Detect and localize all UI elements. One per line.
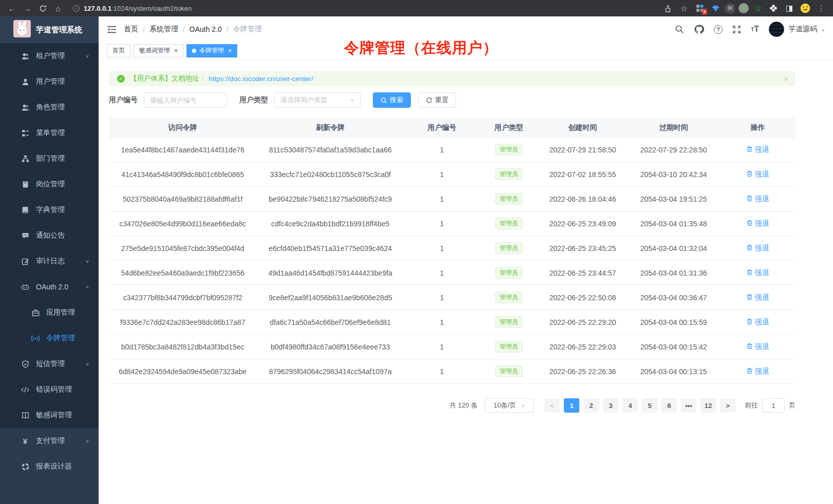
breadcrumb-item: 令牌管理 [233,25,262,34]
profile-emoji-avatar[interactable] [799,2,811,14]
sidebar-item-tenant[interactable]: 租户管理∨ [0,43,99,69]
close-icon[interactable]: × [174,47,178,54]
table-row: 54d6be82ee5a460a9aedc1f9bf22365649d1aa46… [109,261,796,285]
force-logout-button[interactable]: 强退 [746,195,769,204]
breadcrumb-item[interactable]: 首页 [124,25,138,34]
doc-alert: ✓ 【用户体系】文档地址： https://doc.iocoder.cn/use… [109,71,796,86]
sidebar-item-report-designer[interactable]: 报表设计器 [0,454,99,479]
search-icon[interactable] [675,25,684,34]
user-type-cell: 管理员 [480,236,538,261]
breadcrumb-item[interactable]: 系统管理 [149,25,178,34]
access-token-cell: 41c41346a548490f9dc8b01c6bfe0865 [109,162,256,187]
page-button-5[interactable]: 5 [642,398,657,413]
breadcrumb-item[interactable]: OAuth 2.0 [190,25,222,33]
github-icon[interactable] [694,24,704,34]
user-id-input[interactable] [144,92,227,108]
force-logout-button[interactable]: 强退 [746,268,769,278]
pinwheel-extension-icon[interactable] [767,2,780,14]
page-button-2[interactable]: 2 [583,398,599,413]
page-button-1[interactable]: 1 [564,398,579,413]
collapse-sidebar-icon[interactable] [107,25,117,34]
grid-extension-icon[interactable]: 9 [694,2,706,14]
tab-token-management[interactable]: 令牌管理× [186,44,237,57]
sidebar-item-role[interactable]: 角色管理 [0,94,99,120]
page-button-3[interactable]: 3 [603,398,618,413]
search-button[interactable]: 搜索 [373,92,411,108]
gem-extension-icon[interactable] [709,2,722,14]
user-avatar [769,22,784,37]
page-button-4[interactable]: 4 [622,398,638,413]
page-size-select[interactable]: 10条/页 ∨ [485,398,534,413]
command-extension-icon[interactable]: ⌘ [725,3,735,14]
trash-icon [746,367,753,376]
column-header: 访问令牌 [109,119,256,138]
sidebar-item-oauth2-app[interactable]: 应用管理 [0,300,99,325]
doc-link[interactable]: https://doc.iocoder.cn/user-center/ [209,75,313,83]
close-icon[interactable]: × [228,47,232,54]
page-button-12[interactable]: 12 [701,398,716,413]
browser-menu-icon[interactable]: ⋮ [815,2,828,15]
force-logout-button[interactable]: 强退 [746,367,769,376]
sidebar-item-oauth2-token[interactable]: 令牌管理 [0,325,99,351]
force-logout-button[interactable]: 强退 [746,342,769,352]
user-id-cell: 1 [404,211,480,236]
sidebar-item-audit-log[interactable]: 审计日志∨ [0,248,99,274]
page-button-6[interactable]: 6 [661,398,677,413]
user-type-select[interactable]: 请选择用户类型 ∨ [274,92,361,108]
pager-ellipsis[interactable]: ••• [681,398,696,413]
sidebar-item-label: 租户管理 [36,51,65,61]
home-icon[interactable]: ⌂ [51,2,65,15]
reload-icon[interactable] [36,2,49,15]
table-body: 1ea5e44f8bc1467aaede43144f31de76811c5304… [109,138,796,384]
prev-page-button[interactable]: < [544,398,560,413]
force-logout-button[interactable]: 强退 [746,293,769,302]
tab-label: 令牌管理 [199,46,224,55]
force-logout-button[interactable]: 强退 [746,244,769,253]
create-time-cell: 2022-06-25 22:29:20 [538,310,628,335]
force-logout-button[interactable]: 强退 [746,219,769,228]
share-icon[interactable] [661,2,674,15]
help-icon[interactable]: ? [714,25,723,34]
sidebar-item-dept[interactable]: 部门管理 [0,146,99,171]
forward-icon[interactable]: → [21,2,34,15]
bookmark-star-icon[interactable]: ☆ [677,2,691,15]
sidebar-item-sensitive-word[interactable]: 敏感词管理 [0,402,99,428]
fullscreen-icon[interactable] [732,25,741,34]
sidebar-item-label: 支付管理 [36,436,65,445]
user-type-badge: 管理员 [495,242,523,254]
next-page-button[interactable]: > [720,398,735,413]
font-size-icon[interactable]: TT [751,25,759,34]
sidebar-item-dict[interactable]: 字典管理 [0,197,99,223]
access-token-cell: 6d842e2924594de9a09e45e087323abe [109,359,256,384]
green-star-extension-icon[interactable]: ☆ [752,2,764,14]
sidebar-item-notice[interactable]: 通知公告 [0,223,99,248]
close-icon[interactable]: × [784,74,788,83]
recorder-extension-icon[interactable] [739,3,749,13]
sidebar-item-error-code[interactable]: 错误码管理 [0,377,99,402]
sidebar-item-label: 部门管理 [36,154,65,163]
tab-home[interactable]: 首页 [107,44,130,57]
sidebar-item-user[interactable]: 用户管理 [0,69,99,94]
user-type-badge: 管理员 [495,341,523,352]
sidebar-item-sms[interactable]: 短信管理∨ [0,351,99,377]
tab-sensitive-word[interactable]: 敏感词管理× [134,44,183,57]
app-logo-bar[interactable]: 芋道管理系统 [0,16,99,43]
side-panel-icon[interactable]: ◨ [783,2,796,15]
sidebar-item-pay[interactable]: ¥支付管理∨ [0,428,99,454]
user-menu[interactable]: 芋道源码 ▼ [769,22,825,37]
openbook-icon [21,412,30,419]
force-logout-button[interactable]: 强退 [746,170,769,179]
chevron-down-icon: ∨ [85,438,89,443]
sidebar-item-menu[interactable]: 菜单管理 [0,120,99,146]
refresh-token-cell: dfa6c71a50a54c66bef706ef9e6e8d81 [256,310,404,335]
force-logout-button[interactable]: 强退 [746,318,769,327]
yen-icon: ¥ [21,437,30,445]
goto-page-input[interactable] [762,398,785,413]
sidebar-item-post[interactable]: 岗位管理 [0,171,99,197]
site-info-icon[interactable]: i [73,5,80,12]
address-bar[interactable]: i 127.0.0.1:1024/system/oauth2/token [73,5,659,12]
force-logout-button[interactable]: 强退 [746,145,769,154]
reset-button[interactable]: 重置 [418,92,456,108]
sidebar-item-oauth2[interactable]: OAuth 2.0∧ [0,274,99,300]
back-icon[interactable]: ← [5,2,18,15]
